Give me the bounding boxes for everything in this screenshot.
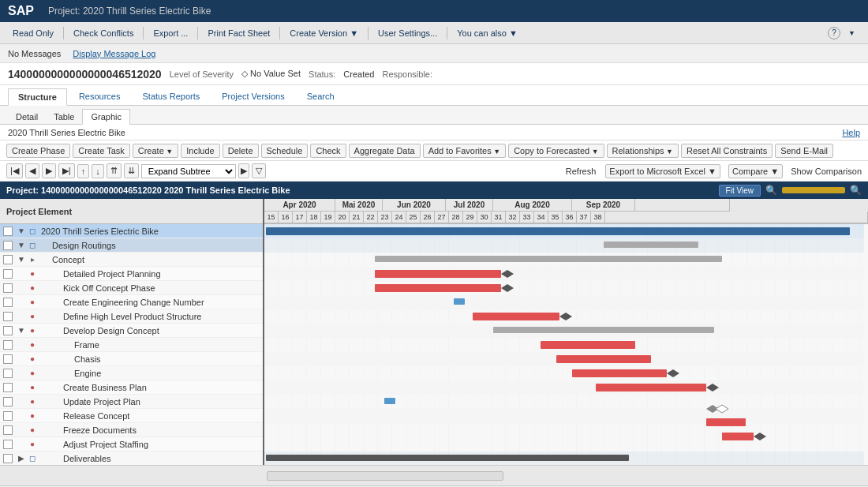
row-checkbox[interactable]	[0, 411, 16, 421]
copy-to-forecasted-button[interactable]: Copy to Forecasted	[508, 144, 604, 158]
row-type-icon: ●	[27, 298, 38, 306]
table-row[interactable]: ● Engine	[0, 366, 263, 380]
table-row[interactable]: ● Update Project Plan	[0, 395, 263, 409]
table-row[interactable]: ● Define High Level Product Structure	[0, 309, 263, 324]
subtab-detail[interactable]: Detail	[8, 110, 46, 124]
row-checkbox[interactable]	[0, 227, 16, 236]
schedule-button[interactable]: Schedule	[261, 144, 309, 158]
help-link[interactable]: Help	[842, 128, 860, 137]
export-excel-button[interactable]: Export to Microsoft Excel ▼	[605, 164, 720, 178]
table-row[interactable]: ▼ ▸ Concept	[0, 253, 263, 267]
menu-export[interactable]: Export ...	[147, 27, 194, 39]
menu-user-settings[interactable]: User Settings...	[372, 27, 443, 39]
filter-button[interactable]: ▽	[252, 163, 266, 178]
compare-button[interactable]: Compare ▼	[728, 164, 783, 178]
nav-next-button[interactable]: ▶	[42, 163, 56, 178]
time-group-rest	[635, 199, 730, 212]
row-checkbox[interactable]	[0, 454, 16, 463]
help-icon[interactable]: ?	[828, 27, 840, 39]
row-checkbox[interactable]	[0, 383, 16, 392]
row-checkbox[interactable]	[0, 241, 16, 250]
tab-status-reports[interactable]: Status Reports	[132, 88, 210, 105]
create-button[interactable]: Create	[133, 144, 178, 158]
fit-view-button[interactable]: Fit View	[719, 185, 761, 197]
table-row[interactable]: ● Frame	[0, 338, 263, 352]
tab-structure[interactable]: Structure	[8, 88, 67, 106]
expand-go-button[interactable]: ▶	[238, 163, 249, 178]
create-task-button[interactable]: Create Task	[73, 144, 130, 158]
row-type-icon: ●	[27, 411, 38, 420]
table-row[interactable]: ● Kick Off Concept Phase	[0, 281, 263, 295]
table-row[interactable]: ▼ ◻ 2020 Thrill Series Electric Bike	[0, 224, 263, 238]
expand-select[interactable]: Expand Subtree Collapse Subtree Expand A…	[141, 164, 236, 178]
tab-search[interactable]: Search	[297, 88, 345, 105]
table-row[interactable]: ● Release Concept	[0, 409, 263, 423]
toolbar2: |◀ ◀ ▶ ▶| ↑ ↓ ⇈ ⇊ Expand Subtree Collaps…	[0, 161, 868, 182]
table-row[interactable]: ▼ ◻ Design Routings	[0, 238, 263, 253]
tab-resources[interactable]: Resources	[69, 88, 131, 105]
menu-create-version[interactable]: Create Version ▼	[283, 27, 365, 39]
relationships-button[interactable]: Relationships	[607, 144, 679, 158]
table-row[interactable]: ▶ ◻ Deliverables	[0, 451, 263, 465]
table-row[interactable]: ● Detailed Project Planning	[0, 267, 263, 281]
table-row[interactable]: ● Create Engineering Change Number	[0, 295, 263, 309]
row-expand-icon[interactable]: ▼	[16, 255, 27, 264]
nav-last-button[interactable]: ▶|	[58, 163, 75, 178]
row-type-icon: ●	[27, 326, 38, 335]
delete-button[interactable]: Delete	[223, 144, 259, 158]
horizontal-scrollbar[interactable]	[267, 471, 503, 481]
row-type-icon: ●	[27, 283, 38, 292]
kw25: 25	[406, 212, 421, 224]
row-checkbox[interactable]	[0, 397, 16, 406]
row-checkbox[interactable]	[0, 354, 16, 364]
nav-first-button[interactable]: |◀	[6, 163, 23, 178]
display-message-log-link[interactable]: Display Message Log	[73, 49, 155, 58]
row-checkbox[interactable]	[0, 326, 16, 335]
row-checkbox[interactable]	[0, 255, 16, 264]
svg-rect-3	[264, 238, 864, 253]
nav-down-button[interactable]: ↓	[92, 164, 104, 178]
send-email-button[interactable]: Send E-Mail	[775, 144, 833, 158]
responsible-label: Responsible:	[382, 69, 432, 79]
row-expand-icon[interactable]: ▼	[16, 241, 27, 249]
row-expand-icon[interactable]: ▶	[16, 454, 27, 463]
row-checkbox[interactable]	[0, 283, 16, 293]
gantt-time-header: Apr 2020 Mai 2020 Jun 2020 Jul 2020 Aug …	[264, 199, 868, 224]
nav-bottom-button[interactable]: ⇊	[124, 163, 139, 178]
nav-prev-button[interactable]: ◀	[25, 163, 39, 178]
table-row[interactable]: ● Create Business Plan	[0, 380, 263, 395]
kw-rest	[605, 212, 868, 224]
menu-print[interactable]: Print Fact Sheet	[201, 27, 276, 39]
reset-all-constraints-button[interactable]: Reset All Constraints	[681, 144, 773, 158]
menu-read-only[interactable]: Read Only	[6, 27, 60, 39]
aggregate-data-button[interactable]: Aggregate Data	[349, 144, 421, 158]
tab-project-versions[interactable]: Project Versions	[211, 88, 294, 105]
create-phase-button[interactable]: Create Phase	[6, 144, 70, 158]
row-checkbox[interactable]	[0, 440, 16, 449]
row-checkbox[interactable]	[0, 312, 16, 321]
check-button[interactable]: Check	[310, 144, 346, 158]
row-expand-icon[interactable]: ▼	[16, 326, 27, 335]
menu-you-can-also[interactable]: You can also ▼	[451, 27, 524, 39]
nav-up-button[interactable]: ↑	[77, 164, 90, 178]
row-checkbox[interactable]	[0, 340, 16, 350]
row-checkbox[interactable]	[0, 425, 16, 435]
row-checkbox[interactable]	[0, 369, 16, 378]
table-row[interactable]: ● Freeze Documents	[0, 423, 263, 437]
include-button[interactable]: Include	[181, 144, 219, 158]
menu-dropdown-icon[interactable]: ▼	[842, 28, 862, 39]
subtab-table[interactable]: Table	[46, 110, 82, 124]
menu-check-conflicts[interactable]: Check Conflicts	[67, 27, 140, 39]
nav-top-button[interactable]: ⇈	[107, 163, 122, 178]
show-comparison-label: Show Comparison	[791, 167, 862, 176]
row-checkbox[interactable]	[0, 269, 16, 279]
table-row[interactable]: ▼ ● Develop Design Concept	[0, 324, 263, 338]
row-checkbox[interactable]	[0, 298, 16, 307]
add-to-favorites-button[interactable]: Add to Favorites	[423, 144, 507, 158]
table-row[interactable]: ● Adjust Project Staffing	[0, 437, 263, 451]
table-row[interactable]: ● Chasis	[0, 352, 263, 366]
row-label: Adjust Project Staffing	[38, 440, 263, 449]
row-expand-icon[interactable]: ▼	[16, 227, 27, 235]
subtab-graphic[interactable]: Graphic	[82, 109, 130, 125]
zoom-slider[interactable]	[782, 187, 845, 193]
